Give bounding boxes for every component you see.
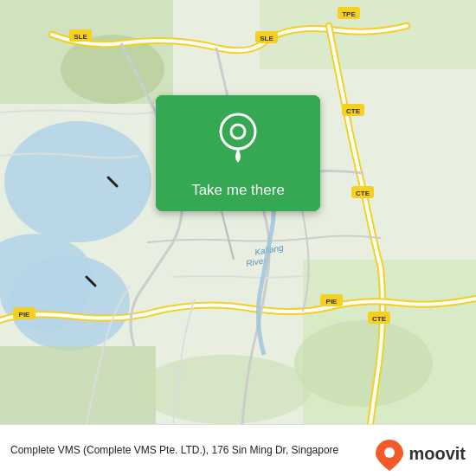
moovit-text: moovit (408, 444, 466, 464)
svg-text:CTE: CTE (372, 315, 387, 323)
svg-point-33 (384, 447, 395, 458)
svg-text:TPE: TPE (342, 10, 356, 18)
card-icon-area (156, 95, 320, 175)
svg-text:SLE: SLE (74, 33, 87, 41)
svg-point-9 (138, 355, 312, 424)
svg-point-1 (4, 121, 151, 242)
svg-point-30 (221, 114, 255, 149)
place-info: Complete VMS (Complete VMS Pte. LTD.), 1… (10, 443, 338, 458)
svg-text:SLE: SLE (260, 35, 273, 42)
take-me-there-button[interactable]: Take me there (156, 175, 320, 211)
svg-rect-8 (0, 346, 156, 424)
svg-point-31 (231, 125, 245, 138)
svg-text:PIE: PIE (19, 311, 31, 318)
bottom-bar: Complete VMS (Complete VMS Pte. LTD.), 1… (0, 424, 476, 476)
map-card: Take me there (156, 95, 320, 211)
location-pin-icon (215, 111, 261, 164)
button-label: Take me there (191, 182, 285, 198)
svg-text:PIE: PIE (326, 298, 338, 306)
svg-text:CTE: CTE (356, 190, 370, 197)
map-background: SLE SLE CTE CTE CTE PIE PIE TPE (0, 0, 476, 424)
moovit-icon (376, 440, 403, 471)
svg-point-7 (294, 320, 433, 407)
map-container: SLE SLE CTE CTE CTE PIE PIE TPE (0, 0, 476, 424)
svg-text:CTE: CTE (346, 107, 361, 115)
moovit-logo: moovit (376, 440, 466, 467)
